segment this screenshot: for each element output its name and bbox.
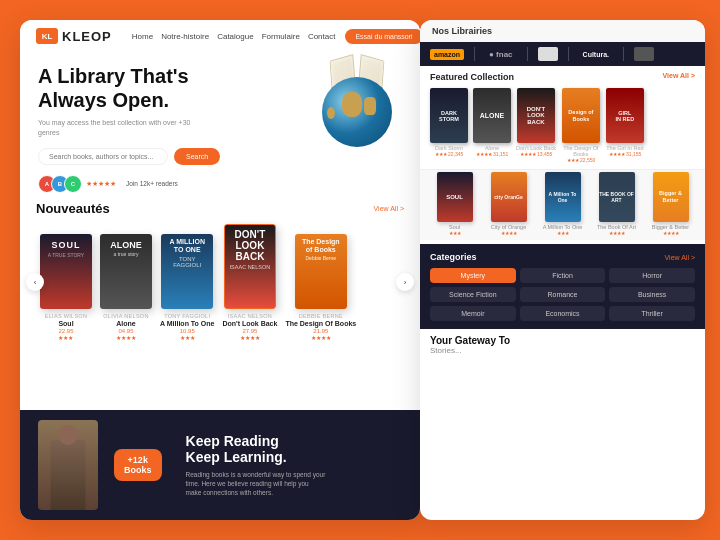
cover-author-million: TONY FAGGIOLI (165, 256, 209, 268)
nav-home[interactable]: Home (132, 32, 153, 41)
book-title-dont: Don't Look Back (222, 320, 277, 327)
store-other[interactable] (634, 47, 654, 61)
avatar-stack: A B C (38, 175, 82, 193)
featured-cover-text-alone: ALONE (480, 112, 505, 119)
category-mystery[interactable]: Mystery (430, 268, 516, 283)
nav-catalogue[interactable]: Catalogue (217, 32, 253, 41)
keep-title-line2: Keep Learning. (186, 449, 287, 465)
book-alone[interactable]: ALONE a true story OLIVIA NELSON Alone 0… (100, 234, 152, 341)
globe (312, 57, 402, 147)
book-stars-dont: ★★★★ (222, 334, 277, 341)
featured-book-dont-look[interactable]: DON'TLOOKBACK Don't Look Back ★★★★ 13,45… (516, 88, 556, 163)
second-stars-art: ★★★★ (609, 230, 625, 236)
categories-view-all[interactable]: View All > (665, 254, 695, 261)
cover-text-million: A MILLION TO ONE (165, 238, 209, 255)
featured-cover-design: Design of Books (562, 88, 600, 143)
carousel-next-button[interactable]: › (396, 273, 414, 291)
nav-contact[interactable]: Contact (308, 32, 336, 41)
book-title-design: The Design Of Books (285, 320, 356, 327)
book-cover-million-content: A MILLION TO ONE TONY FAGGIOLI (161, 234, 213, 273)
second-book-soul[interactable]: SOUL Soul ★★★ (430, 172, 479, 236)
hero-avatars: A B C ★★★★★ Join 12k+ readers (38, 175, 402, 193)
books-badge: +12kBooks (114, 449, 162, 481)
person-image (38, 420, 98, 510)
featured-view-all[interactable]: View All > (663, 72, 696, 82)
featured-cover-text-dark-storm: DARK STORM (430, 108, 468, 124)
category-economics[interactable]: Economics (520, 306, 606, 321)
featured-section-label: Featured Collection (430, 72, 514, 82)
book-cover-dont-look: DON'T LOOK BACK ISAAC NELSON (224, 224, 276, 309)
section-title: Nouveautés (36, 201, 110, 216)
book-million[interactable]: A MILLION TO ONE TONY FAGGIOLI TONY FAGG… (160, 234, 214, 341)
featured-stars-design: ★★★ 22,550 (567, 157, 596, 163)
cover-subtitle-soul: A TRUE STORY (46, 252, 86, 258)
book-stars-soul: ★★★ (45, 334, 87, 341)
featured-book-dark-storm[interactable]: DARK STORM Dark Storm ★★★ 22,345 (430, 88, 468, 163)
featured-cover-dark-storm: DARK STORM (430, 88, 468, 143)
cover-author-design: Debbie Berne (299, 255, 343, 261)
search-button[interactable]: Search (174, 148, 220, 165)
nav-formulaire[interactable]: Formulaire (262, 32, 300, 41)
featured-book-design[interactable]: Design of Books The Design Of Books ★★★ … (561, 88, 601, 163)
book-title-alone: Alone (103, 320, 148, 327)
carousel-prev-button[interactable]: ‹ (26, 273, 44, 291)
logo: KL KLEOP (36, 28, 112, 44)
cta-button[interactable]: Essai du manssori (345, 29, 420, 44)
book-cover-alone: ALONE a true story (100, 234, 152, 309)
book-dont-look[interactable]: DON'T LOOK BACK ISAAC NELSON ISAAC NELSO… (222, 224, 277, 341)
nav-notre-histoire[interactable]: Notre-histoire (161, 32, 209, 41)
hero-illustration (302, 47, 412, 157)
hero-stars: ★★★★★ (86, 180, 116, 188)
book-soul[interactable]: SOUL A TRUE STORY ELIAS WILSON Soul 22.9… (40, 234, 92, 341)
second-book-million[interactable]: A Million To One A Million To One ★★★ (538, 172, 587, 236)
person-head (58, 425, 78, 445)
book-cover-million: A MILLION TO ONE TONY FAGGIOLI (161, 234, 213, 309)
category-memoir[interactable]: Memoir (430, 306, 516, 321)
categories-grid: Mystery Fiction Horror Science Fiction R… (430, 268, 695, 321)
book-meta-design: DEBBIE BERNE The Design Of Books 21.95 ★… (285, 313, 356, 341)
book-design[interactable]: The Design of Books Debbie Berne DEBBIE … (285, 234, 356, 341)
store-amazon[interactable]: amazon (430, 49, 464, 60)
logo-icon: KL (36, 28, 58, 44)
book-meta-dont: ISAAC NELSON Don't Look Back 27.95 ★★★★ (222, 313, 277, 341)
hero-title: A Library That's Always Open. (38, 64, 218, 112)
book-cover-design-content: The Design of Books Debbie Berne (295, 234, 347, 266)
cover-text-dont: DON'T LOOK BACK (229, 229, 271, 262)
featured-stars-alone: ★★★★ 31,151 (476, 151, 509, 157)
stores-bar: amazon ● fnac Cultura. (420, 42, 705, 66)
hero-title-line1: A Library That's (38, 65, 189, 87)
book-author-million: TONY FAGGIOLI (160, 313, 214, 319)
category-fiction[interactable]: Fiction (520, 268, 606, 283)
category-horror[interactable]: Horror (609, 268, 695, 283)
avatar-3: C (64, 175, 82, 193)
featured-meta-design: The Design Of Books (561, 145, 601, 157)
second-stars-million: ★★★ (557, 230, 569, 236)
category-thriller[interactable]: Thriller (609, 306, 695, 321)
store-fnac[interactable]: ● fnac (485, 48, 517, 61)
view-all-link[interactable]: View All > (374, 205, 404, 212)
category-romance[interactable]: Romance (520, 287, 606, 302)
second-book-bigger[interactable]: Bigger & Better Bigger & Better ★★★★ (646, 172, 695, 236)
second-cover-bigger: Bigger & Better (653, 172, 689, 222)
store-nnn[interactable] (538, 47, 558, 61)
second-books-section: SOUL Soul ★★★ city OranGe City of Orange… (420, 169, 705, 240)
cover-text-design: The Design of Books (299, 238, 343, 255)
category-business[interactable]: Business (609, 287, 695, 302)
cover-text-soul: SOUL (46, 240, 86, 250)
featured-stars-dont: ★★★★ 13,455 (520, 151, 553, 157)
store-cultura[interactable]: Cultura. (579, 49, 613, 60)
featured-title: Featured Collection View All > (430, 72, 695, 82)
featured-cover-alone: ALONE (473, 88, 511, 143)
second-book-art[interactable]: THE BOOK OF ART The Book Of Art ★★★★ (592, 172, 641, 236)
search-input[interactable] (38, 148, 168, 165)
book-cover-alone-content: ALONE a true story (100, 234, 152, 263)
nouveautes-section: Nouveautés View All > ‹ SOUL A TRUE STOR… (20, 193, 420, 349)
nav-links: Home Notre-histoire Catalogue Formulaire… (132, 32, 336, 41)
featured-book-alone[interactable]: ALONE Alone ★★★★ 31,151 (473, 88, 511, 163)
second-book-city-orange[interactable]: city OranGe City of Orange ★★★★ (484, 172, 533, 236)
featured-book-girl-red[interactable]: GIRLIN RED The Girl In Red ★★★★ 31,155 (606, 88, 644, 163)
category-sci-fi[interactable]: Science Fiction (430, 287, 516, 302)
second-cover-soul: SOUL (437, 172, 473, 222)
store-divider-4 (623, 47, 624, 61)
carousel-container: ‹ SOUL A TRUE STORY ELIAS WILSON Soul 22… (36, 224, 404, 341)
